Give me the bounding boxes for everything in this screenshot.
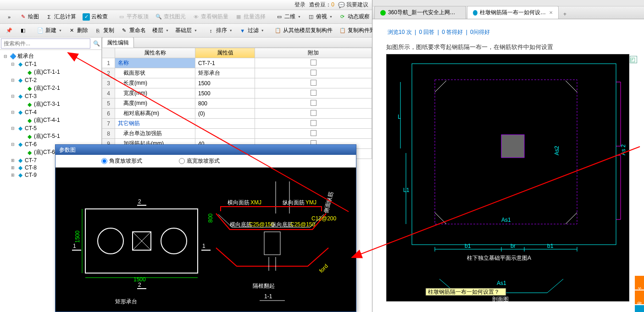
tree-node-CT-1[interactable]: ⊟◆CT-1	[1, 60, 100, 68]
view-rebar-button[interactable]: 👁查看钢筋量	[189, 11, 231, 22]
svg-text:C25@150: C25@150	[290, 221, 316, 228]
tree-leaf[interactable]: ◆(底)CT-1-1	[1, 68, 100, 77]
svg-text:纵向面筋: 纵向面筋	[283, 199, 305, 206]
svg-text:1500: 1500	[133, 276, 146, 283]
tab-property-edit[interactable]: 属性编辑	[102, 38, 134, 48]
floor-dropdown[interactable]: 楼层	[150, 25, 172, 36]
svg-text:1: 1	[202, 243, 205, 249]
rename-button[interactable]: ✎重命名	[118, 25, 149, 36]
property-table: 属性名称 属性值 附加 1 名称 CT-7-1 2 截面形状 矩形承台 3 长度…	[102, 48, 372, 159]
svg-text:1: 1	[73, 243, 76, 249]
svg-text:800: 800	[207, 213, 214, 223]
page-stats: 浏览10 次 | 0 回答 | 0 答得好 | 0问得好	[386, 28, 630, 36]
parameter-diagram-window: 参数图 角度放坡形式 底宽放坡形式 1 1 2 2	[55, 144, 356, 312]
prop-row[interactable]: 7 其它钢筋	[102, 119, 372, 129]
browser-tab-2[interactable]: 柱墩钢筋隔一布一如何设置？_广 ✕	[467, 6, 559, 19]
fb-fav[interactable]: 收	[635, 290, 644, 304]
prop-row[interactable]: 8 承台单边加强筋	[102, 129, 372, 139]
tree-leaf[interactable]: ◆(底)CT-2-1	[1, 84, 100, 93]
new-tab-button[interactable]: +	[560, 10, 570, 19]
browser-tab-1[interactable]: 360导航_新一代安全上网导航	[374, 6, 466, 19]
svg-text:As2: As2	[554, 146, 560, 155]
draw-button[interactable]: ✎绘图	[17, 11, 42, 22]
tree-leaf[interactable]: ◆(底)CT-5-1	[1, 132, 100, 141]
delete-button[interactable]: ✕删除	[66, 25, 91, 36]
svg-text:柱下独立基础平面示意图A: 柱下独立基础平面示意图A	[467, 255, 531, 261]
align-slab-button[interactable]: ▭平齐板顶	[115, 11, 151, 22]
svg-text:1500: 1500	[74, 230, 81, 243]
svg-text:2: 2	[138, 282, 141, 288]
find-primitive-button[interactable]: 🔍查找图元	[152, 11, 189, 22]
sort-button[interactable]: ↕排序	[205, 25, 235, 36]
prop-row[interactable]: 2 截面形状 矩形承台	[102, 68, 372, 78]
feedback-tabs: 关 收 咨	[635, 276, 644, 312]
checkbox[interactable]	[311, 100, 316, 106]
svg-text:As1: As1	[501, 217, 511, 223]
col-header-value[interactable]: 属性值	[195, 48, 255, 58]
copy-button[interactable]: ⎘复制	[92, 25, 117, 36]
checkbox[interactable]	[311, 110, 316, 116]
svg-text:ford: ford	[318, 263, 329, 274]
svg-text:As1: As1	[497, 280, 506, 286]
prop-row[interactable]: 6 相对底标高(m) (0)	[102, 109, 372, 119]
svg-text:剖面图: 剖面图	[492, 296, 509, 302]
col-header-extra[interactable]: 附加	[255, 48, 372, 58]
new-button[interactable]: 📄新建	[34, 25, 65, 36]
pin-icon[interactable]: 📌	[3, 25, 16, 36]
window-title[interactable]: 参数图	[56, 145, 356, 155]
svg-text:1-1: 1-1	[264, 293, 272, 300]
prop-row[interactable]: 5 高度(mm) 800	[102, 99, 372, 109]
tree-node-CT-2[interactable]: ⊟◆CT-2	[1, 77, 100, 84]
copy-from-floor-button[interactable]: 📋从其他楼层复制构件	[272, 25, 335, 36]
fb-close[interactable]: 关	[635, 276, 644, 290]
prop-row[interactable]: 1 名称 CT-7-1	[102, 58, 372, 68]
fb-ask[interactable]: 咨	[635, 305, 644, 312]
foundation-dropdown[interactable]: 基础层	[172, 25, 200, 36]
toolbar-row-2: 📌 ◧ 📄新建 ✕删除 ⎘复制 ✎重命名 楼层 基础层 ↕排序 ▼过滤 📋从其他…	[0, 24, 372, 38]
checkbox[interactable]	[311, 120, 316, 126]
radio-angle-slope[interactable]: 角度放坡形式	[101, 157, 142, 165]
toolbar-row-1: » ✎绘图 Σ汇总计算 ✓云检查 ▭平齐板顶 🔍查找图元 👁查看钢筋量 ▦批量选…	[0, 10, 372, 24]
svg-text:柱墩钢筋隔一布一如何设置？: 柱墩钢筋隔一布一如何设置？	[428, 289, 500, 295]
checkbox[interactable]	[311, 130, 316, 136]
svg-text:横向面筋: 横向面筋	[228, 199, 250, 206]
checkbox[interactable]	[311, 70, 316, 76]
search-icon[interactable]: 🔍	[91, 38, 101, 49]
expand-icon[interactable]: »	[3, 11, 16, 22]
tree-node-CT-3[interactable]: ⊟◆CT-3	[1, 93, 100, 100]
checkbox[interactable]	[311, 80, 316, 86]
search-input[interactable]	[1, 38, 90, 49]
checkbox[interactable]	[311, 90, 316, 96]
batch-select-button[interactable]: ▦批量选择	[232, 11, 268, 22]
prop-row[interactable]: 4 宽度(mm) 1500	[102, 88, 372, 99]
login-link[interactable]: 登录	[294, 1, 305, 9]
radio-width-slope[interactable]: 底宽放坡形式	[179, 157, 220, 165]
svg-text:2: 2	[138, 198, 141, 205]
filter-button[interactable]: ▼过滤	[236, 25, 267, 36]
tree-root[interactable]: ⊟🔷桩承台	[1, 52, 100, 60]
prop-row[interactable]: 3 长度(mm) 1500	[102, 78, 372, 88]
tab-close-icon[interactable]: ✕	[549, 10, 553, 15]
checkbox[interactable]	[311, 60, 316, 66]
top-status-bar: 登录 造价豆：0 💬我要建议	[0, 0, 372, 10]
tree-node-CT-5[interactable]: ⊟◆CT-5	[1, 125, 100, 132]
svg-text:As 2: As 2	[620, 144, 627, 155]
svg-text:矩形承台: 矩形承台	[115, 298, 137, 305]
summary-button[interactable]: Σ汇总计算	[43, 11, 79, 22]
cloud-check-button[interactable]: ✓云检查	[80, 11, 111, 22]
col-header-name[interactable]: 属性名称	[115, 48, 195, 58]
close-icon[interactable]: ◧	[17, 25, 29, 36]
svg-text:b1: b1	[547, 243, 554, 249]
tree-leaf[interactable]: ◆(底)CT-3-1	[1, 100, 100, 109]
svg-text:横向底筋: 横向底筋	[230, 221, 252, 228]
svg-point-1	[98, 228, 123, 254]
overlook-dropdown[interactable]: ◫俯视	[305, 11, 335, 22]
svg-point-2	[161, 228, 187, 254]
tree-node-CT-4[interactable]: ⊟◆CT-4	[1, 109, 100, 116]
beans-label: 造价豆：0	[309, 1, 334, 9]
dynamic-view-button[interactable]: ⟳动态观察	[336, 11, 372, 22]
tree-leaf[interactable]: ◆(底)CT-4-1	[1, 116, 100, 125]
view-icon[interactable]: ◰	[630, 56, 637, 63]
suggestion-link[interactable]: 💬我要建议	[338, 1, 368, 9]
view-2d-dropdown[interactable]: ▭二维	[273, 11, 304, 22]
